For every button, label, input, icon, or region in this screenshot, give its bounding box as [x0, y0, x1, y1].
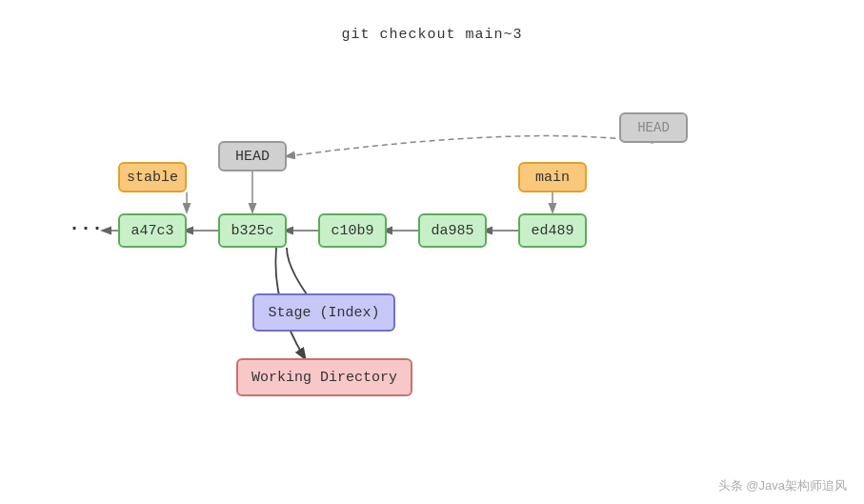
commit-da985: da985 — [418, 213, 487, 248]
ellipsis-dots: ··· — [69, 217, 103, 239]
label-head-top: HEAD — [619, 112, 688, 143]
footer-text: 头条 @Java架构师追风 — [718, 477, 847, 494]
working-directory-box: Working Directory — [236, 358, 412, 396]
label-main: main — [518, 162, 587, 192]
commit-b325c: b325c — [218, 213, 287, 248]
stage-index-box: Stage (Index) — [252, 293, 395, 332]
commit-a47c3: a47c3 — [118, 213, 187, 248]
label-stable: stable — [118, 162, 187, 192]
label-head-attached: HEAD — [218, 141, 287, 171]
title-command: git checkout main~3 — [341, 27, 522, 43]
diagram-container: git checkout main~3 — [0, 0, 864, 504]
commit-c10b9: c10b9 — [318, 213, 387, 248]
commit-ed489: ed489 — [518, 213, 587, 248]
arrows-svg — [0, 0, 864, 504]
